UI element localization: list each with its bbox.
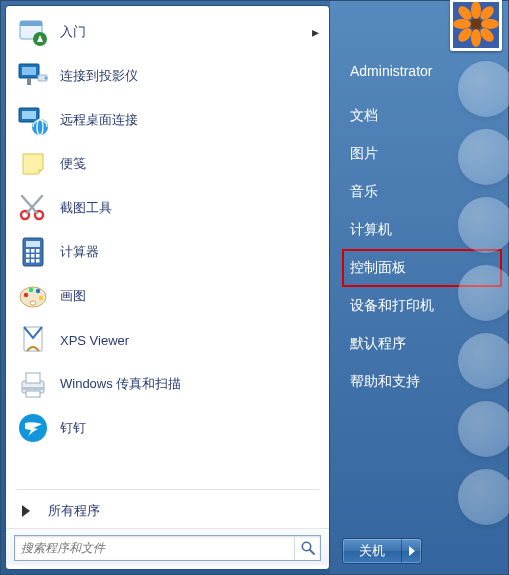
- program-list: 入门▸ 连接到投影仪 远程桌面连接 便笺 截图工具 计算器: [6, 10, 329, 485]
- right-item-control-panel[interactable]: 控制面板: [342, 249, 502, 287]
- svg-rect-34: [26, 391, 40, 397]
- svg-rect-21: [36, 254, 40, 258]
- search-icon[interactable]: [294, 536, 320, 560]
- program-label: 钉钉: [60, 419, 86, 437]
- program-item-fax[interactable]: Windows 传真和扫描: [6, 362, 329, 406]
- right-panel: Administrator 文档图片音乐计算机控制面板设备和打印机默认程序帮助和…: [330, 1, 508, 574]
- right-item-label: 音乐: [350, 183, 378, 199]
- program-item-projector[interactable]: 连接到投影仪: [6, 54, 329, 98]
- paint-icon: [16, 279, 50, 313]
- svg-rect-16: [26, 249, 30, 253]
- program-item-dingtalk[interactable]: 钉钉: [6, 406, 329, 450]
- program-label: 计算器: [60, 243, 99, 261]
- svg-rect-15: [26, 241, 40, 247]
- program-item-xps[interactable]: XPS Viewer: [6, 318, 329, 362]
- search-box: [14, 535, 321, 561]
- triangle-right-icon: [22, 505, 30, 517]
- right-item-label: 默认程序: [350, 335, 406, 351]
- shutdown-button[interactable]: 关机: [342, 538, 422, 564]
- program-item-rdp[interactable]: 远程桌面连接: [6, 98, 329, 142]
- svg-rect-1: [20, 21, 42, 26]
- svg-rect-7: [27, 78, 31, 85]
- right-item-devices[interactable]: 设备和打印机: [342, 287, 502, 325]
- sticky-icon: [16, 147, 50, 181]
- shutdown-label: 关机: [343, 542, 401, 560]
- program-item-snip[interactable]: 截图工具: [6, 186, 329, 230]
- svg-rect-33: [26, 373, 40, 383]
- right-item-computer[interactable]: 计算机: [342, 211, 502, 249]
- search-input[interactable]: [15, 541, 294, 555]
- search-row: [6, 528, 329, 565]
- svg-point-44: [481, 19, 499, 29]
- svg-rect-22: [26, 259, 30, 263]
- program-label: 连接到投影仪: [60, 67, 138, 85]
- svg-rect-23: [31, 259, 35, 263]
- left-panel: 入门▸ 连接到投影仪 远程桌面连接 便笺 截图工具 计算器: [5, 5, 330, 570]
- avatar-row: [342, 0, 502, 53]
- right-item-label: 帮助和支持: [350, 373, 420, 389]
- separator: [16, 489, 319, 490]
- all-programs-label: 所有程序: [48, 502, 100, 520]
- svg-point-30: [30, 301, 36, 305]
- svg-point-43: [453, 19, 471, 29]
- svg-rect-17: [31, 249, 35, 253]
- svg-point-40: [470, 18, 482, 30]
- welcome-icon: [16, 15, 50, 49]
- svg-rect-35: [22, 387, 44, 390]
- svg-rect-24: [36, 259, 40, 263]
- submenu-arrow-icon: ▸: [312, 24, 319, 40]
- right-item-label: 图片: [350, 145, 378, 161]
- right-item-defaults[interactable]: 默认程序: [342, 325, 502, 363]
- right-items: 文档图片音乐计算机控制面板设备和打印机默认程序帮助和支持: [342, 97, 502, 401]
- avatar-flower-icon: [453, 2, 499, 48]
- program-label: Windows 传真和扫描: [60, 375, 181, 393]
- dingtalk-icon: [16, 411, 50, 445]
- username-label: Administrator: [350, 63, 432, 79]
- right-item-music[interactable]: 音乐: [342, 173, 502, 211]
- right-item-label: 控制面板: [350, 259, 406, 275]
- calc-icon: [16, 235, 50, 269]
- fax-icon: [16, 367, 50, 401]
- program-item-calc[interactable]: 计算器: [6, 230, 329, 274]
- svg-rect-19: [26, 254, 30, 258]
- program-item-paint[interactable]: 画图: [6, 274, 329, 318]
- program-label: 入门: [60, 23, 86, 41]
- right-item-label: 文档: [350, 107, 378, 123]
- svg-rect-9: [22, 111, 36, 119]
- program-label: 便笺: [60, 155, 86, 173]
- program-label: 远程桌面连接: [60, 111, 138, 129]
- program-label: 截图工具: [60, 199, 112, 217]
- program-item-getting-started[interactable]: 入门▸: [6, 10, 329, 54]
- scissors-icon: [16, 191, 50, 225]
- user-avatar[interactable]: [450, 0, 502, 51]
- svg-line-38: [310, 550, 314, 554]
- svg-point-10: [32, 119, 48, 135]
- xps-icon: [16, 323, 50, 357]
- svg-point-26: [24, 293, 28, 297]
- user-name-link[interactable]: Administrator: [342, 53, 502, 89]
- right-item-label: 计算机: [350, 221, 392, 237]
- all-programs-link[interactable]: 所有程序: [6, 494, 329, 528]
- right-item-label: 设备和打印机: [350, 297, 434, 313]
- svg-rect-4: [22, 67, 36, 75]
- shutdown-options-button[interactable]: [401, 539, 421, 563]
- svg-point-6: [44, 76, 47, 79]
- right-item-documents[interactable]: 文档: [342, 97, 502, 135]
- svg-point-29: [39, 296, 43, 300]
- start-menu: 入门▸ 连接到投影仪 远程桌面连接 便笺 截图工具 计算器: [0, 0, 509, 575]
- program-label: 画图: [60, 287, 86, 305]
- rdp-icon: [16, 103, 50, 137]
- shutdown-row: 关机: [342, 530, 502, 574]
- svg-point-28: [36, 289, 40, 293]
- svg-point-42: [471, 29, 481, 47]
- program-label: XPS Viewer: [60, 333, 129, 348]
- svg-rect-20: [31, 254, 35, 258]
- chevron-right-icon: [409, 546, 415, 556]
- projector-icon: [16, 59, 50, 93]
- svg-point-27: [29, 288, 33, 292]
- program-item-sticky[interactable]: 便笺: [6, 142, 329, 186]
- right-item-help[interactable]: 帮助和支持: [342, 363, 502, 401]
- right-item-pictures[interactable]: 图片: [342, 135, 502, 173]
- svg-rect-18: [36, 249, 40, 253]
